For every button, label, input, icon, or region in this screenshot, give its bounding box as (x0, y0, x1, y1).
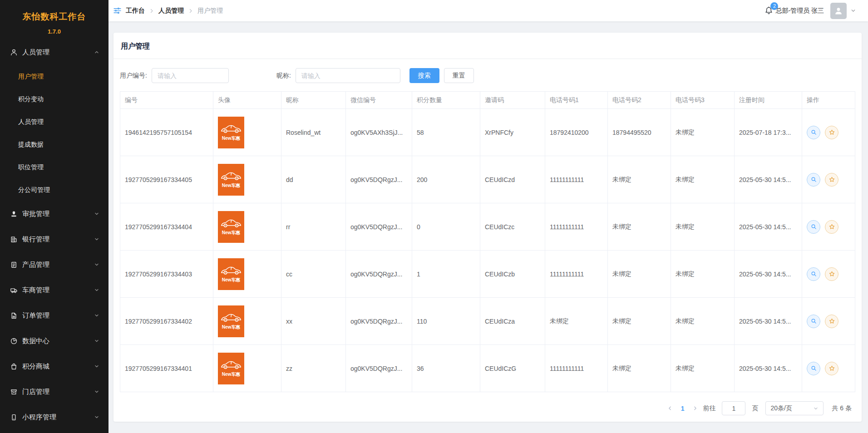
cell-actions (802, 298, 855, 345)
view-detail-button[interactable] (807, 220, 820, 234)
cell-points: 0 (412, 203, 480, 251)
user-avatar[interactable] (830, 3, 847, 19)
cell-actions (802, 156, 855, 203)
pagination: 1 前往 页 20条/页 共 6 条 (113, 392, 862, 426)
user-avatar-image: New车惠 (218, 258, 244, 290)
sidebar-item-积分变动[interactable]: 积分变动 (0, 88, 108, 110)
cell-phone3: 未绑定 (671, 203, 735, 251)
cell-wechat: og0KV5DQRgzJ... (346, 298, 412, 345)
prev-page-button[interactable] (665, 405, 675, 411)
sidebar-group-积分商城[interactable]: 积分商城 (0, 354, 108, 379)
table-header-row: 编号头像昵称微信编号积分数量邀请码电话号码1电话号码2电话号码3注册时间操作 (120, 92, 855, 109)
cell-points: 1 (412, 251, 480, 298)
cell-avatar: New车惠 (213, 298, 281, 345)
cell-phone2: 未绑定 (608, 156, 671, 203)
cell-points: 200 (412, 156, 480, 203)
cell-invite: CEUdICza (480, 298, 545, 345)
cell-nickname: zz (281, 345, 346, 392)
cell-points: 58 (412, 109, 480, 156)
sidebar-group-车商管理[interactable]: 车商管理 (0, 277, 108, 303)
page-number-current[interactable]: 1 (681, 405, 685, 412)
table-body: 1946142195757105154New车惠Roselind_wtog0KV… (120, 109, 855, 392)
cell-invite: XrPNFCfy (480, 109, 545, 156)
star-button[interactable] (825, 267, 838, 281)
view-detail-button[interactable] (807, 315, 820, 328)
view-detail-button[interactable] (807, 173, 820, 187)
sliders-icon (113, 6, 122, 15)
user-id-label: 用户编号: (120, 72, 147, 80)
sidebar-group-小程序管理[interactable]: 小程序管理 (0, 404, 108, 430)
sidebar-group-人员管理[interactable]: 人员管理 (0, 39, 108, 65)
star-button[interactable] (825, 126, 838, 139)
cell-points: 36 (412, 345, 480, 392)
shopping-bag-icon (10, 363, 18, 370)
sidebar-group-审批管理[interactable]: 审批管理 (0, 201, 108, 226)
chevron-down-icon (813, 406, 819, 411)
order-icon (10, 312, 18, 320)
cell-phone1: 11111111111 (545, 251, 608, 298)
search-button[interactable]: 搜索 (409, 68, 439, 83)
page-size-select[interactable]: 20条/页 (765, 401, 824, 415)
sidebar-group-label: 审批管理 (22, 210, 94, 218)
view-detail-button[interactable] (807, 267, 820, 281)
app-version: 1.7.0 (0, 28, 108, 35)
cell-id: 1927705299167334404 (120, 203, 213, 251)
stamp-icon (10, 210, 18, 218)
goto-page-input[interactable] (722, 401, 745, 415)
table-row: 1927705299167334405New车惠ddog0KV5DQRgzJ..… (120, 156, 855, 203)
cell-avatar: New车惠 (213, 156, 281, 203)
user-avatar-image: New车惠 (218, 211, 244, 243)
cell-actions (802, 251, 855, 298)
cell-id: 1927705299167334403 (120, 251, 213, 298)
nickname-label: 昵称: (276, 72, 291, 80)
view-detail-button[interactable] (807, 126, 820, 139)
star-button[interactable] (825, 173, 838, 187)
nickname-input[interactable] (296, 68, 400, 83)
view-detail-button[interactable] (807, 362, 820, 375)
sidebar-item-提成数据[interactable]: 提成数据 (0, 133, 108, 156)
cell-phone2: 未绑定 (608, 345, 671, 392)
user-id-input[interactable] (152, 68, 229, 83)
chevron-down-icon[interactable] (850, 8, 856, 14)
sidebar-item-人员管理[interactable]: 人员管理 (0, 110, 108, 133)
column-header: 邀请码 (480, 92, 545, 109)
cell-id: 1927705299167334405 (120, 156, 213, 203)
column-header: 头像 (213, 92, 281, 109)
cell-avatar: New车惠 (213, 203, 281, 251)
cell-registered: 2025-05-30 14:5... (735, 203, 802, 251)
phone-icon (10, 413, 18, 421)
cell-invite: CEUdICzd (480, 156, 545, 203)
table-row: 1927705299167334404New车惠rrog0KV5DQRgzJ..… (120, 203, 855, 251)
sidebar-group-label: 门店管理 (22, 388, 94, 396)
bank-icon (10, 236, 18, 243)
star-button[interactable] (825, 315, 838, 328)
cell-points: 110 (412, 298, 480, 345)
filter-bar: 用户编号: 昵称: 搜索 重置 (113, 59, 862, 91)
column-header: 积分数量 (412, 92, 480, 109)
chevron-down-icon (94, 389, 99, 394)
avatar-text: New车惠 (222, 324, 241, 330)
next-page-button[interactable] (690, 405, 700, 411)
sidebar-item-职位管理[interactable]: 职位管理 (0, 156, 108, 178)
breadcrumb-item-workbench[interactable]: 工作台 (126, 7, 145, 15)
column-header: 微信编号 (346, 92, 412, 109)
sidebar-group-银行管理[interactable]: 银行管理 (0, 226, 108, 252)
sidebar-group-门店管理[interactable]: 门店管理 (0, 379, 108, 404)
star-button[interactable] (825, 220, 838, 234)
cell-phone3: 未绑定 (671, 298, 735, 345)
sidebar-group-label: 车商管理 (22, 286, 94, 295)
user-avatar-image: New车惠 (218, 305, 244, 337)
sidebar-item-用户管理[interactable]: 用户管理 (0, 65, 108, 88)
sidebar-group-产品管理[interactable]: 产品管理 (0, 252, 108, 277)
reset-button[interactable]: 重置 (444, 68, 474, 83)
breadcrumb-item-personnel[interactable]: 人员管理 (158, 7, 184, 15)
sidebar-group-数据中心[interactable]: 数据中心 (0, 328, 108, 354)
notification-bell-icon[interactable]: 2 (764, 6, 774, 15)
sidebar-item-分公司管理[interactable]: 分公司管理 (0, 178, 108, 201)
chevron-down-icon (94, 414, 99, 420)
pie-chart-icon (10, 337, 18, 345)
sidebar-group-订单管理[interactable]: 订单管理 (0, 303, 108, 328)
cell-invite: CEUdICzc (480, 203, 545, 251)
star-button[interactable] (825, 362, 838, 375)
table-row: 1927705299167334401New车惠zzog0KV5DQRgzJ..… (120, 345, 855, 392)
